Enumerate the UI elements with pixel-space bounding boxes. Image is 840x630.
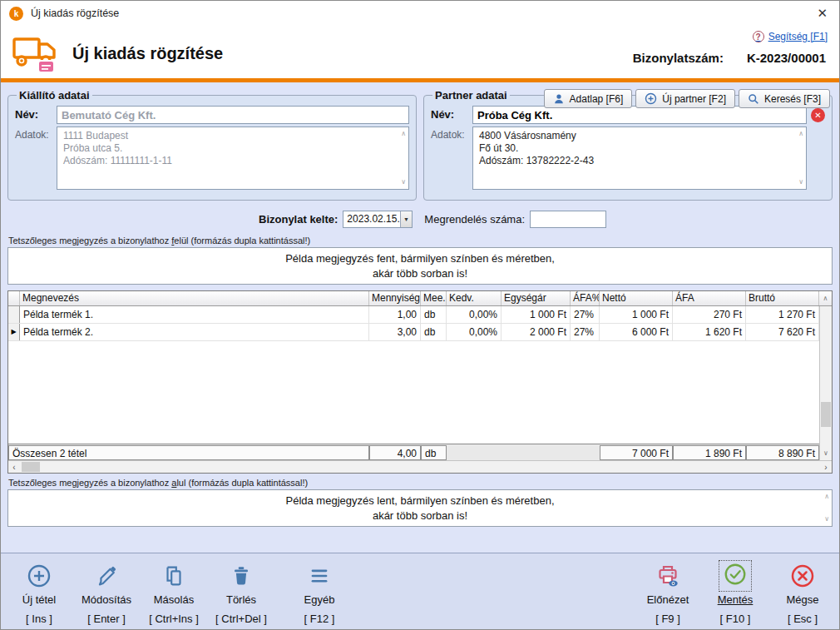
partner-datasheet-button[interactable]: Adatlap [F6] [544, 89, 633, 108]
grid-header-discount: Kedv. [447, 291, 502, 305]
truck-icon [11, 32, 64, 76]
issuer-name-label: Név: [15, 106, 57, 124]
scroll-up-icon[interactable]: ∧ [824, 494, 829, 500]
copy-button[interactable]: Másolás [ Ctrl+Ins ] [142, 562, 205, 625]
doc-date-value: 2023.02.15. [343, 211, 399, 227]
modify-button[interactable]: Módosítás [ Enter ] [75, 562, 138, 625]
comment-top-label-post: elül (formázás dupla kattintással!) [174, 236, 310, 246]
pencil-icon [94, 563, 119, 588]
save-button[interactable]: Mentés [ F10 ] [704, 562, 767, 625]
horizontal-scrollbar[interactable]: ‹ › [8, 460, 832, 473]
cell-discount: 0,00% [447, 324, 502, 340]
comment-bottom-label-pre: Tetszőleges megjegyzés a bizonylathoz [8, 478, 171, 488]
row-selector[interactable] [8, 306, 20, 323]
issuer-panel: Kiállító adatai Név: Adatok: 1111 Budape… [7, 89, 417, 201]
scroll-down-icon[interactable]: ∨ [824, 516, 829, 523]
comment-top-line: Példa megjegyzés fent, bármilyen színben… [8, 251, 832, 266]
vertical-scrollbar-thumb[interactable] [821, 402, 831, 427]
delete-button[interactable]: Törlés [ Ctrl+Del ] [210, 562, 273, 625]
doc-number-label: Bizonylatszám: [633, 51, 724, 65]
order-number-input[interactable] [530, 211, 606, 228]
partner-remove-icon[interactable]: ✕ [811, 108, 825, 122]
scroll-down-icon[interactable]: ∨ [820, 449, 832, 457]
trash-icon [229, 563, 254, 588]
scroll-left-icon[interactable]: ‹ [8, 461, 20, 473]
footer-net: 7 000 Ft [600, 445, 673, 460]
partner-legend: Partner adatai [432, 89, 510, 102]
cell-net: 6 000 Ft [600, 324, 673, 340]
comment-top-line: akár több sorban is! [8, 266, 832, 281]
cell-vatpct: 27% [571, 324, 600, 340]
cell-vat: 270 Ft [673, 306, 746, 323]
window-title: Új kiadás rögzítése [31, 7, 119, 19]
print-preview-icon [655, 563, 681, 589]
cell-vat: 1 620 Ft [673, 324, 746, 340]
comment-bottom-box[interactable]: Példa megjegyzés lent, bármilyen színben… [7, 489, 833, 527]
grid-header-row: Megnevezés Mennyiség Mee. Kedv. Egységár… [8, 291, 832, 306]
items-grid: Megnevezés Mennyiség Mee. Kedv. Egységár… [7, 290, 833, 474]
partner-data-line: Adószám: 13782222-2-43 [479, 155, 791, 167]
plus-circle-icon [26, 563, 52, 589]
cancel-button[interactable]: Mégse [ Esc ] [771, 562, 834, 625]
scroll-down-icon[interactable]: ∨ [798, 179, 803, 186]
modify-shortcut: [ Enter ] [87, 613, 126, 625]
issuer-name-input[interactable] [57, 106, 409, 124]
horizontal-scrollbar-thumb[interactable] [22, 462, 40, 472]
doc-date-label: Bizonylat kelte: [259, 213, 338, 226]
scroll-right-icon[interactable]: › [820, 461, 832, 473]
copy-shortcut: [ Ctrl+Ins ] [149, 613, 199, 625]
help-link-label: Segítség [F1] [768, 31, 828, 42]
cell-unit: db [421, 306, 447, 323]
form-body: Kiállító adatai Név: Adatok: 1111 Budape… [1, 82, 839, 553]
cancel-circle-icon [789, 563, 816, 589]
other-button[interactable]: Egyéb [ F12 ] [288, 562, 351, 625]
cancel-label: Mégse [786, 593, 818, 606]
preview-shortcut: [ F9 ] [655, 613, 680, 625]
issuer-data-line: 1111 Budapest [63, 130, 393, 142]
save-label: Mentés [718, 593, 754, 606]
help-link[interactable]: ? Segítség [F1] [753, 31, 828, 42]
grid-header-name: Megnevezés [20, 291, 369, 305]
copy-icon [161, 563, 186, 588]
table-row[interactable]: Példa termék 1. 1,00 db 0,00% 1 000 Ft 2… [8, 306, 819, 324]
partner-data-label: Adatok: [431, 126, 472, 190]
new-item-button[interactable]: Új tétel [ Ins ] [7, 562, 71, 625]
other-label: Egyéb [304, 593, 335, 606]
table-row[interactable]: ▶ Példa termék 2. 3,00 db 0,00% 2 000 Ft… [8, 324, 819, 341]
help-icon: ? [753, 31, 764, 42]
row-selector-current[interactable]: ▶ [8, 324, 20, 340]
partner-name-label: Név: [431, 106, 472, 124]
chevron-down-icon[interactable]: ▼ [400, 211, 413, 227]
issuer-data-box[interactable]: 1111 Budapest Próba utca 5. Adószám: 111… [57, 126, 409, 190]
cell-qty: 1,00 [369, 306, 421, 323]
issuer-data-line: Próba utca 5. [63, 142, 393, 155]
footer-unit: db [421, 445, 447, 460]
focus-rect [719, 560, 752, 592]
doc-meta-row: Bizonylat kelte: 2023.02.15. ▼ Megrendel… [7, 206, 833, 231]
check-circle-icon [723, 562, 748, 587]
new-item-label: Új tétel [22, 593, 56, 606]
partner-new-button[interactable]: Új partner [F2] [635, 89, 735, 108]
vertical-scrollbar[interactable]: ∨ [819, 306, 832, 460]
close-icon[interactable]: ✕ [813, 6, 831, 21]
comment-top-box[interactable]: Példa megjegyzés fent, bármilyen színben… [7, 247, 833, 285]
scroll-up-icon[interactable]: ∧ [798, 131, 803, 137]
footer-total-label: Összesen 2 tétel [8, 445, 369, 460]
doc-date-combobox[interactable]: 2023.02.15. ▼ [343, 211, 413, 228]
comment-bottom-line: Példa megjegyzés lent, bármilyen színben… [8, 494, 832, 508]
scroll-down-icon[interactable]: ∨ [401, 179, 406, 186]
other-shortcut: [ F12 ] [304, 613, 335, 625]
grid-empty-area [8, 341, 819, 444]
cell-vatpct: 27% [571, 306, 600, 323]
delete-shortcut: [ Ctrl+Del ] [215, 613, 267, 625]
titlebar: k Új kiadás rögzítése ✕ [1, 1, 839, 26]
footer-qty: 4,00 [369, 445, 421, 460]
scroll-up-icon[interactable]: ∧ [401, 131, 406, 137]
partner-search-button[interactable]: Keresés [F3] [739, 89, 830, 108]
cell-qty: 3,00 [369, 324, 421, 340]
cell-net: 1 000 Ft [600, 306, 673, 323]
preview-button[interactable]: Előnézet [ F9 ] [636, 562, 699, 625]
partner-data-box[interactable]: 4800 Vásárosnamény Fő út 30. Adószám: 13… [472, 126, 807, 190]
scroll-up-icon[interactable]: ∧ [819, 291, 832, 305]
partner-name-input[interactable] [472, 106, 807, 124]
